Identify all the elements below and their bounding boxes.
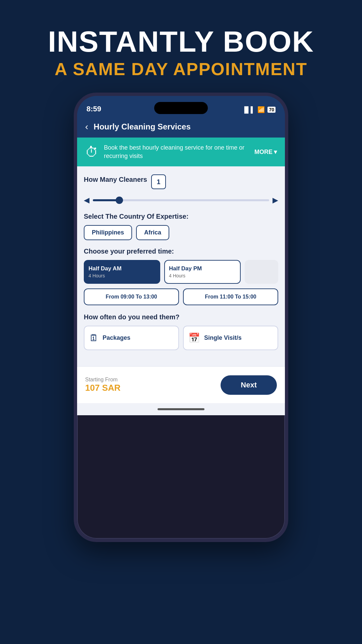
slider-track[interactable]: [93, 199, 269, 201]
status-icons: ▐▌▌ 📶 70: [242, 106, 276, 113]
time-card-pm-title: Half Day PM: [169, 265, 236, 272]
wifi-icon: 📶: [257, 106, 265, 113]
hero-section: INSTANTLY BOOK A SAME DAY APPOINTMENT: [48, 0, 314, 79]
cleaners-count: 1: [151, 174, 166, 189]
cleaners-slider[interactable]: ◀ ▶: [84, 196, 278, 205]
more-button[interactable]: MORE ▾: [254, 148, 277, 156]
slider-right-arrow[interactable]: ▶: [273, 196, 278, 205]
chip-africa[interactable]: Africa: [136, 225, 169, 240]
cleaners-label: How Many Cleaners: [84, 176, 147, 183]
country-label: Select The Country Of Expertise:: [84, 213, 278, 220]
timer-icon: ⏱: [85, 145, 99, 160]
content-area: How Many Cleaners 1 ◀ ▶ Select The Count…: [77, 166, 285, 366]
signal-icon: ▐▌▌: [242, 106, 255, 113]
chevron-down-icon: ▾: [274, 148, 277, 156]
packages-label: Packages: [103, 334, 130, 341]
next-button[interactable]: Next: [221, 375, 277, 395]
banner-text: Book the best hourly cleaning service fo…: [104, 144, 249, 160]
bottom-bar: Starting From 107 SAR Next: [77, 366, 285, 403]
time-slot-1[interactable]: From 09:00 To 13:00: [84, 288, 179, 305]
nav-title: Hourly Cleaning Services: [94, 122, 190, 131]
chip-philippines[interactable]: Philippines: [84, 225, 132, 240]
single-visit-label: Single Visit/s: [204, 334, 242, 341]
nav-bar: ‹ Hourly Cleaning Services: [77, 116, 285, 138]
time-card-half-day-pm[interactable]: Half Day PM 4 Hours: [164, 260, 241, 284]
frequency-row: 🗓 Packages 📅 Single Visit/s: [84, 326, 278, 350]
price-from-label: Starting From: [85, 377, 121, 383]
price-section: Starting From 107 SAR: [85, 377, 121, 393]
home-bar: [158, 408, 204, 410]
single-visit-icon: 📅: [188, 332, 200, 343]
packages-icon: 🗓: [89, 332, 99, 343]
cleaners-row: How Many Cleaners 1: [84, 174, 278, 189]
slider-thumb[interactable]: [116, 197, 123, 204]
phone-shell: 8:59 ▐▌▌ 📶 70 ‹ Hourly Cleaning Services…: [74, 93, 288, 542]
time-label: Choose your preferred time:: [84, 248, 278, 255]
time-slot-2[interactable]: From 11:00 To 15:00: [183, 288, 278, 305]
time-card-pm-sub: 4 Hours: [169, 273, 236, 278]
promo-banner: ⏱ Book the best hourly cleaning service …: [77, 138, 285, 166]
time-card-placeholder: [245, 260, 278, 284]
freq-single[interactable]: 📅 Single Visit/s: [183, 326, 278, 350]
freq-packages[interactable]: 🗓 Packages: [84, 326, 179, 350]
time-card-am-sub: 4 Hours: [88, 273, 156, 278]
time-slots: From 09:00 To 13:00 From 11:00 To 15:00: [84, 288, 278, 305]
home-indicator: [77, 403, 285, 415]
frequency-label: How often do you need them?: [84, 313, 278, 321]
time-card-half-day-am[interactable]: Half Day AM 4 Hours: [84, 260, 160, 284]
dynamic-island: [154, 102, 208, 114]
country-chips: Philippines Africa: [84, 225, 278, 240]
hero-subtitle: A SAME DAY APPOINTMENT: [48, 59, 314, 79]
slider-left-arrow[interactable]: ◀: [84, 196, 89, 205]
status-time: 8:59: [86, 105, 101, 113]
back-button[interactable]: ‹: [85, 121, 88, 132]
time-card-am-title: Half Day AM: [88, 265, 156, 272]
battery-icon: 70: [267, 107, 276, 113]
hero-title: INSTANTLY BOOK: [48, 27, 314, 56]
time-options: Half Day AM 4 Hours Half Day PM 4 Hours: [84, 260, 278, 284]
price-amount: 107 SAR: [85, 383, 121, 393]
